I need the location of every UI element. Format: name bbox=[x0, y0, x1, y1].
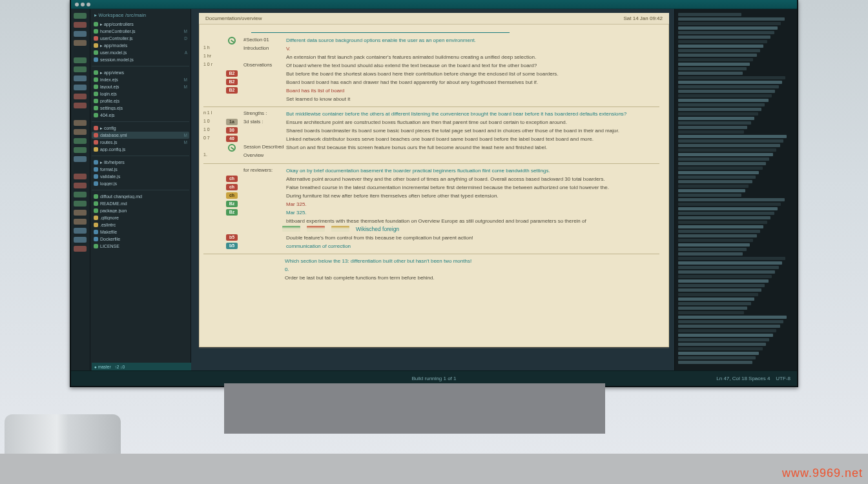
file-tree-item[interactable]: Dockerfile bbox=[92, 236, 189, 243]
file-tree-item[interactable]: README.md bbox=[92, 200, 189, 207]
minimap-line bbox=[678, 58, 753, 61]
file-status-icon bbox=[94, 181, 98, 186]
git-branch-label[interactable]: ● master bbox=[94, 365, 111, 369]
window-titlebar[interactable] bbox=[71, 0, 797, 9]
activity-item-icon[interactable] bbox=[74, 76, 87, 81]
window-control-icon[interactable] bbox=[87, 3, 90, 6]
document-page[interactable]: #Section 01Different data source backgro… bbox=[199, 25, 669, 347]
file-tree-item[interactable]: login.ejs bbox=[92, 90, 189, 97]
file-tree-item[interactable]: validate.js bbox=[92, 173, 189, 180]
minimap-line bbox=[678, 90, 775, 93]
activity-scm-icon[interactable] bbox=[74, 22, 87, 28]
file-status-icon bbox=[94, 160, 98, 165]
file-tree-item[interactable]: .eslintrc bbox=[92, 221, 189, 228]
doc-row: 1 hIntroductionV. bbox=[203, 45, 659, 53]
minimap-line bbox=[678, 148, 776, 152]
minimap-line bbox=[678, 63, 750, 66]
activity-item-icon[interactable] bbox=[74, 57, 87, 63]
activity-item-icon[interactable] bbox=[74, 103, 87, 108]
file-tree-item[interactable]: app.config.js bbox=[92, 146, 189, 153]
file-tree-item[interactable]: logger.js bbox=[92, 180, 189, 187]
minimap-line bbox=[678, 212, 774, 215]
activity-item-icon[interactable] bbox=[74, 85, 87, 90]
activity-item-icon[interactable] bbox=[74, 201, 87, 207]
file-tree-item[interactable]: session.model.js bbox=[92, 56, 189, 63]
activity-item-icon[interactable] bbox=[74, 147, 87, 153]
doc-row: B2Board board board has each and drawer … bbox=[203, 79, 659, 86]
doc-row: chDuring furniture list new after before… bbox=[203, 192, 659, 200]
activity-item-icon[interactable] bbox=[74, 129, 87, 135]
activity-item-icon[interactable] bbox=[74, 237, 87, 243]
activity-item-icon[interactable] bbox=[74, 94, 87, 99]
activity-debug-icon[interactable] bbox=[74, 31, 87, 37]
activity-item-icon[interactable] bbox=[74, 246, 87, 252]
row-badge: B2 bbox=[226, 79, 238, 85]
row-text: 0. bbox=[203, 266, 659, 273]
row-text: Board has its list of board bbox=[286, 87, 659, 94]
minimap-line bbox=[678, 185, 749, 188]
file-tree-item[interactable]: homeController.jsM bbox=[92, 28, 189, 35]
activity-explorer-icon[interactable] bbox=[74, 13, 87, 19]
file-tree-item[interactable]: ▸ app/models bbox=[92, 42, 189, 49]
minimap-line bbox=[678, 343, 766, 346]
minimap-line bbox=[678, 189, 745, 192]
file-tree-item[interactable]: .gitignore bbox=[92, 214, 189, 221]
row-badge-slot: 30 bbox=[224, 127, 240, 134]
file-tree-item[interactable]: ▸ config bbox=[92, 125, 189, 132]
file-tree-item[interactable]: layout.ejsM bbox=[92, 83, 189, 90]
file-tree-item[interactable]: ▸ app/controllers bbox=[92, 21, 189, 28]
file-tree-item[interactable]: ▸ app/views bbox=[92, 69, 189, 76]
minimap-line bbox=[678, 347, 763, 350]
activity-item-icon[interactable] bbox=[74, 66, 87, 72]
activity-item-icon[interactable] bbox=[74, 219, 87, 225]
git-sync-label[interactable]: ↑2 ↓0 bbox=[115, 365, 125, 369]
file-status-icon bbox=[94, 140, 98, 145]
file-tree-item[interactable]: settings.ejs bbox=[92, 105, 189, 112]
row-badge-slot: B2 bbox=[224, 79, 240, 85]
doc-row: Order be last but tab complete functions… bbox=[203, 274, 659, 282]
file-tree-item[interactable]: package.json bbox=[92, 207, 189, 214]
activity-ext-icon[interactable] bbox=[74, 40, 87, 46]
sidebar-footer: ● master ↑2 ↓0 bbox=[92, 363, 191, 370]
file-tree-item[interactable]: database.ymlM bbox=[92, 132, 189, 139]
file-tree-item[interactable]: 404.ejs bbox=[92, 112, 189, 119]
row-text: But middlewise container before the othe… bbox=[286, 110, 659, 117]
row-text: communication of correction bbox=[286, 243, 659, 250]
file-tree-item[interactable]: format.js bbox=[92, 166, 189, 173]
minimap-line bbox=[678, 85, 779, 88]
file-tree-item[interactable]: ▸ lib/helpers bbox=[92, 159, 189, 166]
check-circle-icon bbox=[228, 37, 236, 45]
row-badge: B2 bbox=[226, 70, 238, 77]
file-tree-item[interactable]: routes.jsM bbox=[92, 139, 189, 146]
file-tree-item[interactable]: user.model.jsA bbox=[92, 49, 189, 56]
activity-item-icon[interactable] bbox=[74, 156, 87, 162]
minimap[interactable] bbox=[674, 9, 797, 370]
window-control-icon[interactable] bbox=[81, 3, 85, 6]
activity-item-icon[interactable] bbox=[74, 138, 87, 144]
file-status-icon bbox=[94, 126, 98, 130]
file-tree-item[interactable]: userController.jsD bbox=[92, 35, 189, 42]
file-tree-item[interactable]: diffout changelog.md bbox=[92, 193, 189, 200]
minimap-line bbox=[678, 22, 781, 25]
statusbar-encoding[interactable]: UTF-8 bbox=[776, 376, 790, 381]
activity-item-icon[interactable] bbox=[74, 120, 87, 126]
doc-row: b5Double feature's from control from thi… bbox=[203, 234, 659, 242]
file-tree-item[interactable]: Makefile bbox=[92, 228, 189, 236]
doc-row: chAlternative point around however they … bbox=[203, 176, 659, 183]
activity-item-icon[interactable] bbox=[74, 183, 87, 188]
file-tree-label: diffout changelog.md bbox=[100, 194, 185, 199]
row-text: Ensure architecture point are constructe… bbox=[286, 119, 659, 126]
activity-item-icon[interactable] bbox=[74, 192, 87, 197]
explorer-header: ▸ Workspace /src/main bbox=[92, 12, 189, 21]
activity-item-icon[interactable] bbox=[74, 228, 87, 234]
file-tree-item[interactable]: profile.ejs bbox=[92, 97, 189, 105]
activity-item-icon[interactable] bbox=[74, 210, 87, 216]
window-control-icon[interactable] bbox=[75, 3, 79, 6]
statusbar-cursor-pos[interactable]: Ln 47, Col 18 Spaces 4 bbox=[716, 376, 770, 381]
minimap-line bbox=[678, 40, 767, 43]
activity-item-icon[interactable] bbox=[74, 174, 87, 179]
file-tree-item[interactable]: index.ejsM bbox=[92, 76, 189, 83]
file-tree-item[interactable]: LICENSE bbox=[92, 243, 189, 250]
file-status-icon bbox=[94, 194, 98, 199]
row-text: V. bbox=[286, 45, 659, 52]
